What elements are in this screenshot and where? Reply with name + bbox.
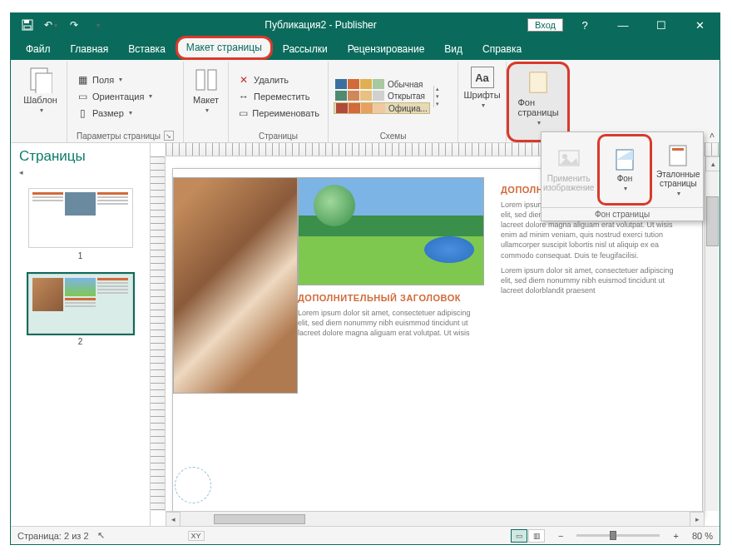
orientation-icon: ▭ — [76, 90, 89, 103]
svg-rect-2 — [24, 26, 31, 29]
tab-review[interactable]: Рецензирование — [338, 39, 435, 60]
image-nature[interactable] — [298, 177, 484, 285]
thumb-1-label: 1 — [19, 250, 141, 265]
background-icon — [612, 147, 637, 172]
orientation-button[interactable]: ▭Ориентация▾ — [72, 89, 178, 104]
margins-button[interactable]: ▦Поля▾ — [72, 72, 178, 87]
page-background-icon — [525, 69, 551, 96]
body-text-1[interactable]: Lorem ipsum dolor sit amet, consectetuer… — [298, 308, 484, 338]
template-button[interactable]: Шаблон▾ — [19, 63, 62, 117]
cursor-pos-icon: ↖ — [97, 530, 105, 541]
scrollbar-horizontal[interactable]: ◂▸ — [166, 511, 705, 526]
page-indicator[interactable]: Страница: 2 из 2 — [17, 531, 89, 541]
ribbon-tabs: Файл Главная Вставка Макет страницы Расс… — [11, 37, 720, 60]
scheme-official[interactable]: Официа... — [334, 102, 430, 114]
object-pos-icon: XY — [188, 531, 205, 541]
save-icon[interactable] — [17, 15, 37, 35]
page-thumb-2[interactable] — [28, 274, 133, 334]
titlebar: ↶▾ ↷ ▾ Публикация2 - Publisher Вход ? — … — [11, 13, 720, 37]
page-thumb-1[interactable] — [28, 188, 133, 248]
svg-rect-6 — [208, 70, 216, 90]
ruler-vertical — [151, 156, 166, 511]
app-window: ↶▾ ↷ ▾ Публикация2 - Publisher Вход ? — … — [10, 12, 720, 545]
scheme-open[interactable]: Открытая — [334, 91, 430, 101]
margins-icon: ▦ — [76, 73, 89, 87]
body-text-3[interactable]: Lorem ipsum dolor sit amet, consectetuer… — [501, 265, 687, 295]
scheme-gallery-expand[interactable]: ▴▾▾ — [433, 86, 441, 107]
scrollbar-vertical[interactable]: ▴ — [705, 156, 720, 511]
fonts-button[interactable]: Aa Шрифты▾ — [463, 63, 501, 112]
tab-file[interactable]: Файл — [16, 39, 61, 60]
page-params-launcher[interactable]: ↘ — [164, 131, 174, 141]
view-spread-icon[interactable]: ▥ — [528, 529, 545, 543]
layout-button[interactable]: Макет▾ — [189, 63, 223, 117]
move-icon: ↔ — [237, 90, 250, 103]
apply-image-button: Применить изображение — [542, 132, 596, 207]
tab-help[interactable]: Справка — [472, 39, 532, 60]
heading-1[interactable]: ДОПОЛНИТЕЛЬНЫЙ ЗАГОЛОВОК — [298, 292, 484, 305]
minimize-icon[interactable]: — — [606, 13, 640, 37]
delete-page-button[interactable]: ✕Удалить — [234, 72, 323, 87]
maximize-icon[interactable]: ☐ — [645, 13, 678, 37]
master-pages-icon — [665, 143, 690, 168]
zoom-level[interactable]: 80 % — [692, 531, 713, 541]
statusbar: Страница: 2 из 2 ↖ XY ▭ ▥ − + 80 % — [11, 526, 720, 544]
guide-circle — [175, 467, 211, 503]
page-background-popup: Применить изображение Фон▾ Эталонные стр… — [541, 131, 704, 221]
master-pages-button[interactable]: Эталонные страницы▾ — [654, 132, 703, 207]
redo-icon[interactable]: ↷ — [64, 15, 84, 35]
popup-footer: Фон страницы — [542, 207, 703, 221]
undo-icon[interactable]: ↶▾ — [41, 15, 61, 35]
fonts-icon: Aa — [471, 67, 494, 88]
scheme-normal[interactable]: Обычная — [334, 79, 430, 89]
svg-rect-1 — [24, 20, 29, 23]
size-button[interactable]: ▯Размер▾ — [72, 106, 178, 121]
tab-insert[interactable]: Вставка — [118, 39, 176, 60]
svg-rect-13 — [672, 148, 684, 151]
zoom-out-button[interactable]: − — [553, 531, 568, 541]
zoom-in-button[interactable]: + — [668, 531, 683, 541]
close-icon[interactable]: ✕ — [683, 13, 716, 37]
zoom-slider[interactable] — [576, 534, 660, 537]
apply-image-icon — [556, 147, 581, 172]
nav-collapse-icon[interactable]: ◂ — [19, 165, 141, 180]
window-title: Публикация2 - Publisher — [114, 19, 527, 31]
tab-home[interactable]: Главная — [61, 39, 119, 60]
tab-mailings[interactable]: Рассылки — [273, 39, 338, 60]
page-navigation-pane: Страницы ◂ 1 2 — [11, 143, 151, 526]
nav-title: Страницы — [19, 148, 141, 165]
rename-page-button[interactable]: ▭Переименовать — [234, 106, 323, 121]
delete-icon: ✕ — [237, 73, 250, 87]
thumb-2-label: 2 — [19, 335, 141, 351]
ribbon: Шаблон▾ ▦Поля▾ ▭Ориентация▾ ▯Размер▾ Пар… — [11, 60, 720, 143]
ribbon-collapse-icon[interactable]: ʌ — [710, 130, 715, 139]
layout-icon — [193, 67, 220, 93]
background-button[interactable]: Фон▾ — [597, 134, 651, 206]
tab-page-layout[interactable]: Макет страницы — [176, 36, 273, 60]
rename-icon: ▭ — [237, 107, 249, 120]
move-page-button[interactable]: ↔Переместить — [234, 89, 323, 104]
help-icon[interactable]: ? — [568, 13, 601, 37]
qat-customize-icon[interactable]: ▾ — [87, 15, 107, 35]
page-background-button[interactable]: Фон страницы▾ — [514, 66, 562, 130]
view-single-icon[interactable]: ▭ — [511, 529, 527, 543]
login-button[interactable]: Вход — [527, 18, 563, 32]
svg-rect-8 — [530, 72, 547, 92]
image-books[interactable] — [173, 177, 298, 394]
svg-rect-5 — [196, 70, 205, 90]
template-icon — [27, 67, 54, 93]
tab-view[interactable]: Вид — [434, 39, 472, 60]
size-icon: ▯ — [76, 107, 89, 120]
svg-rect-4 — [36, 73, 52, 93]
